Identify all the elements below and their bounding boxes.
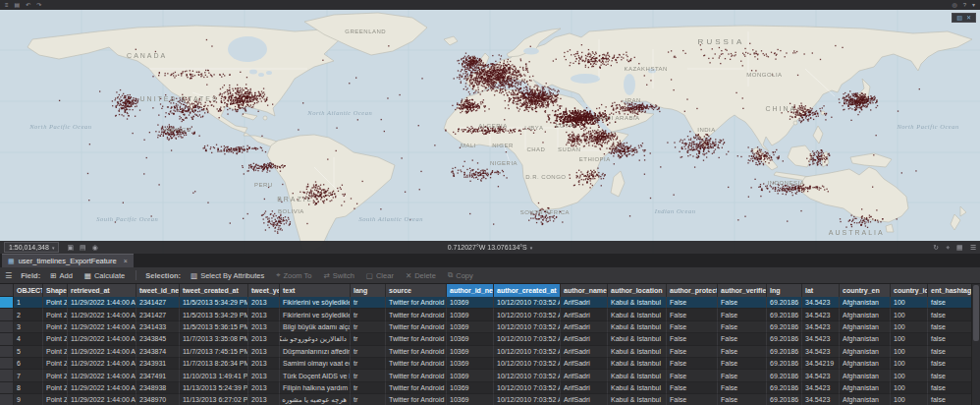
table-cell[interactable]: Afghanistan xyxy=(840,382,891,394)
table-cell[interactable]: Point Z xyxy=(43,321,68,333)
row-selector[interactable] xyxy=(0,297,14,309)
table-cell[interactable]: Kabul & Istanbul xyxy=(608,309,667,320)
column-header-tweet-created-at[interactable]: tweet_created_at xyxy=(180,284,248,297)
undo-icon[interactable]: ↶ xyxy=(26,2,30,8)
table-cell[interactable]: False xyxy=(667,309,718,320)
row-selector[interactable] xyxy=(0,394,14,405)
table-cell[interactable]: 2341427 xyxy=(136,309,180,320)
table-cell[interactable]: دالغالارین دوغوروجو شکلی ملا زاد… xyxy=(280,333,351,345)
add-field-button[interactable]: ⊞Add xyxy=(46,270,77,281)
search-icon[interactable]: ◎ xyxy=(952,2,956,8)
table-cell[interactable]: 69.20186 xyxy=(767,394,802,405)
table-cell[interactable]: 11/29/2022 1:44:00 AM xyxy=(68,346,136,358)
row-selector[interactable] xyxy=(0,370,14,381)
table-cell[interactable]: False xyxy=(667,297,718,309)
table-cell[interactable]: Point Z xyxy=(43,370,68,381)
table-cell[interactable]: 10/12/2010 7:03:52 AM xyxy=(494,333,561,345)
table-row[interactable]: 5Point Z11/29/2022 1:44:00 AM234387411/7… xyxy=(0,346,971,358)
table-cell[interactable]: 10369 xyxy=(447,346,494,358)
table-cell[interactable]: 10369 xyxy=(447,370,494,381)
table-cell[interactable]: Kabul & Istanbul xyxy=(608,333,667,345)
table-cell[interactable]: Fikirlerini ve söylediklerini… xyxy=(280,297,351,309)
table-cell[interactable]: 10369 xyxy=(447,321,494,333)
column-header-ent-hashtags[interactable]: ent_hashtags xyxy=(928,284,971,297)
table-cell[interactable]: 11/29/2022 1:44:00 AM xyxy=(68,297,136,309)
table-cell[interactable]: 11/5/2013 5:34:29 PM xyxy=(180,309,248,320)
refresh-icon[interactable]: ↻ xyxy=(933,244,939,252)
table-cell[interactable]: 2348938 xyxy=(136,382,180,394)
save-icon[interactable]: ▤ xyxy=(15,2,21,8)
table-cell[interactable]: 100 xyxy=(891,394,928,405)
table-cell[interactable]: هرچه عوضیه یا مشوره هل… xyxy=(280,394,351,405)
column-header-lang[interactable]: lang xyxy=(351,284,386,297)
table-cell[interactable]: Düşmanlarınızı affedin bu… xyxy=(280,346,351,358)
table-cell[interactable]: 2013 xyxy=(248,297,280,309)
table-cell[interactable]: Twitter for Android xyxy=(386,321,447,333)
column-header-source[interactable]: source xyxy=(386,284,447,297)
table-cell[interactable]: 11/29/2022 1:44:00 AM xyxy=(68,370,136,381)
app-menu-icon[interactable]: ≡ xyxy=(5,2,9,8)
table-row[interactable]: 9Point Z11/29/2022 1:44:00 AM234897011/1… xyxy=(0,394,971,405)
table-cell[interactable]: 34.5423 xyxy=(802,333,840,345)
table-cell[interactable]: False xyxy=(667,333,718,345)
table-cell[interactable]: ArifSadri xyxy=(561,346,608,358)
table-cell[interactable]: false xyxy=(928,297,971,309)
table-cell[interactable]: 2013 xyxy=(248,382,280,394)
column-header-retrieved-at[interactable]: retrieved_at xyxy=(68,284,136,297)
table-cell[interactable]: 100 xyxy=(891,309,928,320)
table-cell[interactable]: false xyxy=(928,394,971,405)
map-view[interactable]: CANADAUNITED STATESMEXICOBRAZILPERUBOLIV… xyxy=(0,10,980,254)
globe-icon[interactable]: ◉ xyxy=(92,244,98,252)
table-cell[interactable]: 10/12/2010 7:03:52 AM xyxy=(494,321,561,333)
table-row[interactable]: 6Point Z11/29/2022 1:44:00 AM234393111/7… xyxy=(0,358,971,370)
table-cell[interactable]: Kabul & Istanbul xyxy=(608,394,667,405)
table-cell[interactable]: 11/29/2022 1:44:00 AM xyxy=(68,382,136,394)
table-cell[interactable]: 2013 xyxy=(248,321,280,333)
table-row[interactable]: 7Point Z11/29/2022 1:44:00 AM234749111/1… xyxy=(0,370,971,381)
table-cell[interactable]: false xyxy=(928,346,971,358)
table-cell[interactable]: tr xyxy=(351,321,386,333)
table-cell[interactable]: Afghanistan xyxy=(840,309,891,320)
table-cell[interactable]: False xyxy=(718,394,767,405)
help-icon[interactable]: ? xyxy=(963,2,966,8)
tab-user-timelines-exportfeature[interactable]: ▦ user_timelines_ExportFeature × xyxy=(2,254,134,267)
table-cell[interactable]: false xyxy=(928,309,971,320)
table-cell[interactable]: false xyxy=(928,333,971,345)
layers-icon[interactable]: ▦ xyxy=(956,244,963,252)
column-header-author-verified[interactable]: author_verified xyxy=(718,284,767,297)
table-cell[interactable]: Point Z xyxy=(43,382,68,394)
table-cell[interactable]: Filipin halkına yardım etm… xyxy=(280,382,351,394)
table-cell[interactable]: False xyxy=(718,297,767,309)
table-cell[interactable]: 2013 xyxy=(248,346,280,358)
table-cell[interactable]: 69.20186 xyxy=(767,382,802,394)
table-cell[interactable]: Twitter for Android xyxy=(386,394,447,405)
table-cell[interactable]: 11/13/2013 6:27:02 PM xyxy=(180,394,248,405)
column-header-author-location[interactable]: author_location xyxy=(608,284,667,297)
explore-tool-icon[interactable]: ✕ xyxy=(966,15,971,21)
user-icon[interactable]: ▾ xyxy=(972,2,975,8)
row-selector[interactable] xyxy=(0,333,14,345)
table-cell[interactable]: 10369 xyxy=(447,309,494,320)
table-cell[interactable]: 10/12/2010 7:03:52 AM xyxy=(494,394,561,405)
table-cell[interactable]: 11/29/2022 1:44:00 AM xyxy=(68,333,136,345)
table-cell[interactable]: 34.5423 xyxy=(802,321,840,333)
table-cell[interactable]: tr xyxy=(351,382,386,394)
select-by-attributes-button[interactable]: ▥Select By Attributes xyxy=(187,270,268,281)
table-cell[interactable]: ArifSadri xyxy=(561,394,608,405)
table-cell[interactable]: 34.5423 xyxy=(802,394,840,405)
table-cell[interactable]: 1 xyxy=(14,297,43,309)
table-cell[interactable]: False xyxy=(718,358,767,370)
table-cell[interactable]: Afghanistan xyxy=(840,321,891,333)
table-cell[interactable]: 2013 xyxy=(248,309,280,320)
table-cell[interactable]: Point Z xyxy=(43,297,68,309)
table-cell[interactable]: 10/12/2010 7:03:52 AM xyxy=(494,346,561,358)
table-cell[interactable]: 69.20186 xyxy=(767,333,802,345)
column-header-author-protected[interactable]: author_protected xyxy=(667,284,718,297)
column-header-country-id[interactable]: country_id xyxy=(891,284,928,297)
table-cell[interactable]: 34.5423 xyxy=(802,346,840,358)
table-cell[interactable]: Afghanistan xyxy=(840,333,891,345)
table-cell[interactable]: 11/10/2013 1:49:41 PM xyxy=(180,370,248,381)
table-cell[interactable]: Kabul & Istanbul xyxy=(608,370,667,381)
table-cell[interactable]: 2341427 xyxy=(136,297,180,309)
close-icon[interactable]: × xyxy=(124,258,128,264)
